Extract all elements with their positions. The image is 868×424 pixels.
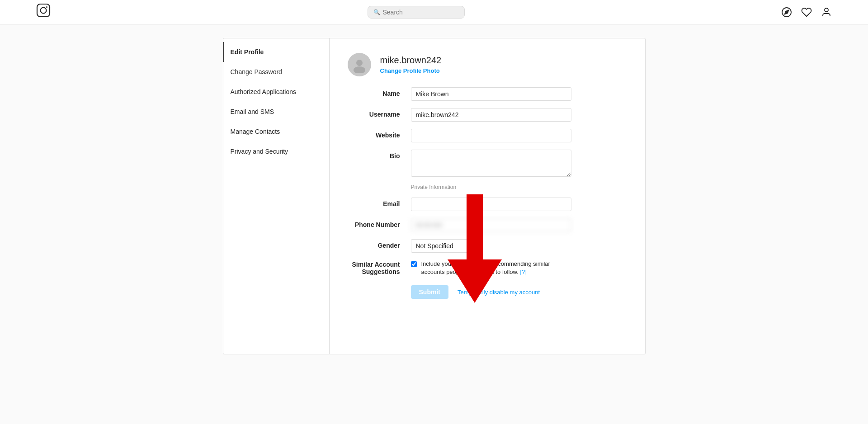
- avatar: [348, 53, 371, 76]
- phone-label: Phone Number: [348, 218, 411, 228]
- similar-accounts-checkbox[interactable]: [411, 261, 417, 267]
- similar-accounts-row: Similar Account Suggestions Include your…: [348, 260, 627, 276]
- phone-row: Phone Number •••-•••-••••: [348, 218, 627, 232]
- sidebar-item-privacy-security[interactable]: Privacy and Security: [223, 141, 329, 161]
- gender-label: Gender: [348, 239, 411, 249]
- svg-point-1: [41, 8, 47, 14]
- similar-accounts-content: Include your account when recommending s…: [411, 260, 571, 276]
- profile-icon[interactable]: [821, 7, 832, 18]
- name-input[interactable]: [411, 87, 571, 101]
- submit-row: Submit Temporarily disable my account: [348, 285, 627, 299]
- search-icon: 🔍: [373, 9, 380, 15]
- username-label: Username: [348, 108, 411, 118]
- profile-username-block: mike.brown242 Change Profile Photo: [380, 55, 442, 74]
- bio-row: Bio: [348, 150, 627, 177]
- website-row: Website: [348, 129, 627, 142]
- main-wrapper: Edit Profile Change Password Authorized …: [0, 24, 868, 382]
- settings-container: Edit Profile Change Password Authorized …: [223, 38, 646, 354]
- gender-row: Gender Not Specified Male Female Custom …: [348, 239, 627, 253]
- submit-button[interactable]: Submit: [411, 285, 448, 299]
- sidebar-item-manage-contacts[interactable]: Manage Contacts: [223, 122, 329, 141]
- name-label: Name: [348, 87, 411, 97]
- username-input[interactable]: [411, 108, 571, 122]
- svg-rect-0: [37, 4, 50, 17]
- top-nav: 🔍: [0, 0, 868, 24]
- svg-point-2: [46, 6, 47, 8]
- profile-username: mike.brown242: [380, 55, 442, 66]
- bio-label: Bio: [348, 150, 411, 160]
- website-input[interactable]: [411, 129, 571, 142]
- gender-select[interactable]: Not Specified Male Female Custom Prefer …: [411, 239, 476, 253]
- profile-header: mike.brown242 Change Profile Photo: [348, 53, 627, 76]
- sidebar-item-edit-profile[interactable]: Edit Profile: [223, 42, 329, 62]
- svg-point-6: [356, 60, 363, 66]
- phone-blurred: •••-•••-••••: [411, 218, 571, 232]
- website-label: Website: [348, 129, 411, 139]
- svg-point-7: [354, 66, 365, 73]
- svg-point-5: [825, 8, 828, 12]
- submit-actions: Submit Temporarily disable my account: [411, 285, 627, 299]
- search-bar[interactable]: 🔍: [368, 6, 465, 19]
- username-row: Username: [348, 108, 627, 122]
- bio-textarea[interactable]: [411, 150, 571, 177]
- private-info-label: Private Information: [411, 184, 457, 190]
- search-input[interactable]: [383, 9, 459, 16]
- email-row: Email: [348, 198, 627, 211]
- email-label: Email: [348, 198, 411, 207]
- compass-icon[interactable]: [781, 7, 792, 18]
- name-row: Name: [348, 87, 627, 101]
- sidebar-item-authorized-apps[interactable]: Authorized Applications: [223, 82, 329, 102]
- sidebar-item-email-sms[interactable]: Email and SMS: [223, 102, 329, 122]
- email-input[interactable]: [411, 198, 571, 211]
- svg-marker-4: [785, 10, 788, 14]
- similar-accounts-text: Include your account when recommending s…: [421, 260, 571, 276]
- sidebar-item-change-password[interactable]: Change Password: [223, 62, 329, 82]
- heart-icon[interactable]: [801, 7, 812, 18]
- sidebar: Edit Profile Change Password Authorized …: [223, 38, 330, 354]
- similar-accounts-help-link[interactable]: [?]: [520, 269, 526, 275]
- instagram-logo[interactable]: [36, 3, 51, 21]
- content-area: mike.brown242 Change Profile Photo Name …: [330, 38, 645, 354]
- nav-icons: [781, 7, 832, 18]
- similar-accounts-label: Similar Account Suggestions: [348, 260, 411, 275]
- change-photo-link[interactable]: Change Profile Photo: [380, 67, 442, 74]
- private-info-section: Private Information: [348, 184, 627, 190]
- disable-account-link[interactable]: Temporarily disable my account: [458, 289, 540, 296]
